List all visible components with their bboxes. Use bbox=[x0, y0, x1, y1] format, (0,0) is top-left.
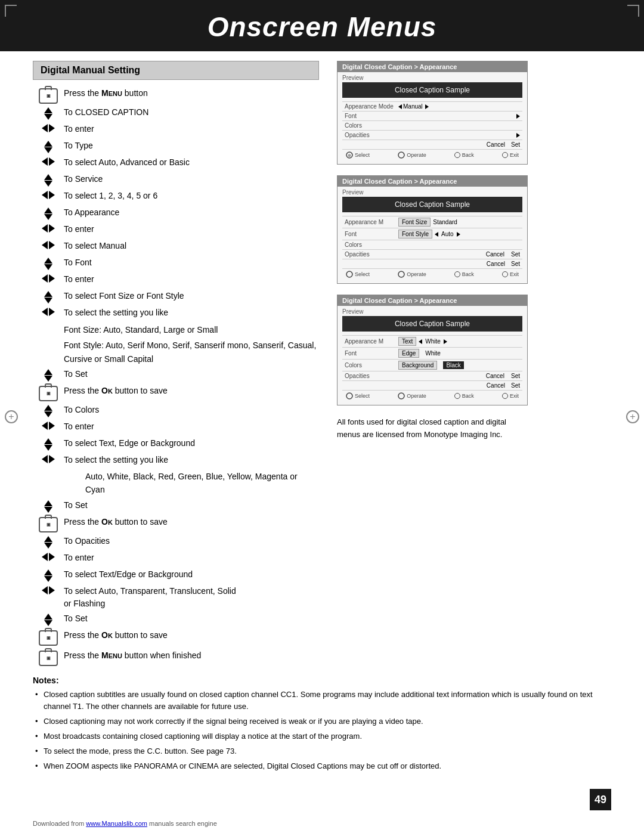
instruction-row: To Set bbox=[33, 612, 319, 627]
side-target-right bbox=[626, 410, 639, 423]
instruction-row: To select Font Size or Font Style bbox=[33, 290, 319, 304]
preview-label: Preview bbox=[342, 75, 522, 81]
svg-point-3 bbox=[346, 271, 352, 277]
lr-arrow-icon bbox=[33, 156, 64, 166]
lr-arrow-icon bbox=[33, 190, 64, 199]
preview-screen: Closed Caption Sample bbox=[342, 82, 522, 98]
tv-screen-body: Preview Closed Caption Sample Appearance… bbox=[338, 187, 527, 283]
ud-arrow-icon bbox=[33, 568, 64, 582]
svg-point-5 bbox=[346, 393, 352, 399]
tv-screen-2: Digital Closed Caption > Appearance Prev… bbox=[337, 175, 528, 284]
list-item: Closed caption subtitles are usually fou… bbox=[33, 689, 611, 713]
instruction-text: To CLOSED CAPTION bbox=[64, 106, 319, 119]
tv-row-colors: Colors bbox=[342, 240, 522, 249]
instruction-row: To enter bbox=[33, 420, 319, 435]
exit-circle-icon bbox=[502, 393, 508, 399]
tv-row-opacities: Opacities Cancel Set bbox=[342, 249, 522, 259]
left-arrow-icon bbox=[419, 339, 422, 344]
corner-mark-tl bbox=[5, 5, 17, 17]
select-icon bbox=[346, 271, 353, 278]
list-item: To select the mode, press the C.C. butto… bbox=[33, 745, 611, 757]
exit-circle-icon bbox=[502, 152, 508, 158]
right-arrow-icon bbox=[444, 339, 447, 344]
font-size-note: Font Size: Auto, Standard, Large or Smal… bbox=[64, 323, 319, 336]
instruction-text: Press the OK button to save bbox=[64, 516, 319, 528]
select-icon: ⊕ bbox=[346, 151, 353, 159]
tv-row-opacities: Opacities bbox=[342, 130, 522, 140]
operate-icon bbox=[398, 392, 405, 400]
page-title: Onscreen Menus bbox=[208, 11, 437, 42]
instruction-text: To Service bbox=[64, 173, 319, 185]
preview-label: Preview bbox=[342, 189, 522, 196]
instruction-row: To enter bbox=[33, 223, 319, 237]
tv-screen-body: Preview Closed Caption Sample Appearance… bbox=[338, 72, 527, 164]
lr-arrow-icon bbox=[33, 223, 64, 233]
lr-arrow-icon bbox=[33, 306, 64, 316]
right-arrow-icon bbox=[516, 114, 520, 119]
notes-list: Closed caption subtitles are usually fou… bbox=[33, 689, 611, 773]
cancel-set-row: Cancel Set bbox=[342, 259, 522, 268]
tv-row-appearance: Appearance M Text White bbox=[342, 335, 522, 347]
instruction-row: To select Text, Edge or Background bbox=[33, 437, 319, 451]
right-column: Digital Closed Caption > Appearance Prev… bbox=[337, 51, 611, 668]
instruction-text: To select Auto, Advanced or Basic bbox=[64, 156, 319, 169]
instruction-row: To enter bbox=[33, 552, 319, 566]
left-column: Digital Manual Setting ▣ Press the MENU … bbox=[33, 51, 319, 668]
tv-screen-header: Digital Closed Caption > Appearance bbox=[338, 295, 527, 306]
instruction-text: To enter bbox=[64, 420, 319, 433]
tv-screen-header: Digital Closed Caption > Appearance bbox=[338, 61, 527, 72]
instruction-row: To select Text/Edge or Background bbox=[33, 568, 319, 583]
list-item: When ZOOM aspects like PANORAMA or CINEM… bbox=[33, 760, 611, 772]
lr-arrow-icon bbox=[33, 273, 64, 283]
tv-row-appearance: Appearance M Font Size Standard bbox=[342, 216, 522, 228]
ud-arrow-icon bbox=[33, 499, 64, 513]
lr-arrow-icon bbox=[33, 420, 64, 430]
instruction-text: To select Text/Edge or Background bbox=[64, 568, 319, 581]
right-arrow-icon bbox=[425, 104, 429, 109]
instruction-row: To Set bbox=[33, 368, 319, 382]
instruction-row: ▣ Press the OK button to save bbox=[33, 385, 319, 401]
instruction-row: ▣ Press the OK button to save bbox=[33, 516, 319, 532]
exit-circle-icon bbox=[502, 271, 508, 277]
preview-screen: Closed Caption Sample bbox=[342, 316, 522, 332]
instruction-row: To Font bbox=[33, 256, 319, 271]
corner-mark-tr bbox=[627, 5, 639, 17]
lr-arrow-icon bbox=[33, 123, 64, 132]
instruction-row: To CLOSED CAPTION bbox=[33, 106, 319, 120]
color-note: Auto, White, Black, Red, Green, Blue, Ye… bbox=[85, 470, 319, 496]
cancel-set-row: Cancel Set bbox=[342, 140, 522, 149]
section-title: Digital Manual Setting bbox=[33, 61, 319, 80]
instruction-text: To Opacities bbox=[64, 535, 319, 547]
menu-button-icon: ▣ bbox=[33, 649, 64, 666]
tv-screen-body: Preview Closed Caption Sample Appearance… bbox=[338, 306, 527, 405]
instruction-row: To select Auto, Advanced or Basic bbox=[33, 156, 319, 171]
ud-arrow-icon bbox=[33, 173, 64, 187]
back-circle-icon bbox=[454, 152, 460, 158]
instruction-text: To Type bbox=[64, 140, 319, 152]
instruction-text: To Set bbox=[64, 499, 319, 512]
instruction-text: To enter bbox=[64, 552, 319, 564]
svg-text:⊕: ⊕ bbox=[348, 153, 351, 157]
notes-section: Notes: Closed caption subtitles are usua… bbox=[0, 668, 644, 782]
instruction-row: ▣ Press the MENU button when finished bbox=[33, 649, 319, 666]
instruction-row: To Appearance bbox=[33, 206, 319, 221]
menu-button-icon: ▣ bbox=[33, 87, 64, 104]
tv-row-font: Font Edge White bbox=[342, 347, 522, 359]
footer-link[interactable]: www.Manualslib.com bbox=[86, 820, 147, 827]
ud-arrow-icon bbox=[33, 256, 64, 270]
operate-icon bbox=[398, 271, 405, 278]
ud-arrow-icon bbox=[33, 612, 64, 626]
instruction-text: Press the MENU button bbox=[64, 87, 319, 100]
ok-button-icon: ▣ bbox=[33, 629, 64, 646]
instruction-text: To enter bbox=[64, 223, 319, 236]
select-icon bbox=[346, 392, 353, 400]
tv-screen-header: Digital Closed Caption > Appearance bbox=[338, 176, 527, 187]
operate-icon bbox=[398, 151, 405, 159]
instruction-row: To enter bbox=[33, 273, 319, 287]
ud-arrow-icon bbox=[33, 404, 64, 417]
instruction-text: To enter bbox=[64, 123, 319, 135]
instruction-row: To Opacities bbox=[33, 535, 319, 549]
lr-arrow-icon bbox=[33, 240, 64, 249]
lr-arrow-icon bbox=[33, 454, 64, 463]
tv-footer: Select Operate Back Exit bbox=[342, 268, 522, 280]
